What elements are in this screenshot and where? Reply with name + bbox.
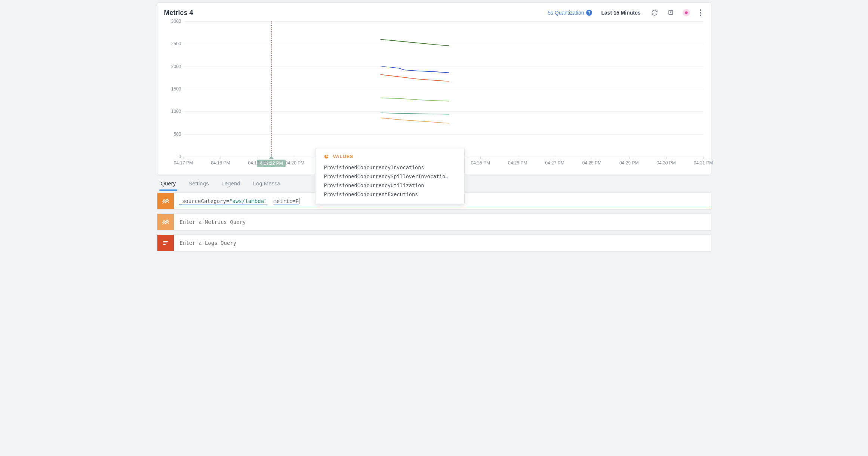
gridline — [184, 67, 704, 67]
y-axis: 050010001500200025003000 — [163, 21, 184, 157]
autocomplete-item[interactable]: ProvisionedConcurrentExecutions — [324, 190, 456, 199]
x-tick-mark — [221, 157, 221, 159]
x-tick-label: 04:28 PM — [582, 160, 601, 166]
logs-query-input[interactable] — [179, 240, 706, 246]
panel-title: Metrics 4 — [164, 9, 541, 17]
autocomplete-item[interactable]: ProvisionedConcurrencySpilloverInvocatio… — [324, 172, 456, 181]
metrics-panel: Metrics 4 5s Quantization ? Last 15 Minu… — [157, 2, 711, 175]
logs-query-handle-icon[interactable] — [157, 235, 174, 251]
share-icon[interactable] — [666, 8, 676, 18]
metrics-query-handle-icon[interactable] — [157, 193, 174, 209]
autocomplete-popup[interactable]: VALUES ProvisionedConcurrencyInvocations… — [315, 148, 465, 204]
gridline — [184, 21, 704, 22]
x-tick-mark — [480, 157, 481, 159]
live-indicator-icon[interactable] — [683, 9, 690, 16]
x-tick-mark — [555, 157, 555, 159]
x-tick-mark — [704, 157, 704, 159]
x-tick-label: 04:18 PM — [211, 160, 230, 166]
gridline — [184, 111, 704, 112]
y-tick-label: 2000 — [171, 64, 181, 69]
time-marker-line[interactable] — [271, 21, 272, 157]
x-tick-label: 04:29 PM — [619, 160, 638, 166]
gridline — [184, 134, 704, 135]
y-tick-label: 1000 — [171, 109, 181, 114]
x-tick-mark — [184, 157, 184, 159]
more-menu-icon[interactable] — [697, 8, 704, 18]
series-series-dark-green[interactable] — [380, 39, 449, 46]
x-tick-mark — [258, 157, 258, 159]
x-tick-label: 04:20 PM — [285, 160, 304, 166]
y-tick-label: 3000 — [171, 19, 181, 24]
tab-log-messa[interactable]: Log Messa — [253, 180, 280, 190]
quantization-selector[interactable]: 5s Quantization ? — [548, 10, 592, 16]
metrics-query-input-empty[interactable] — [179, 219, 706, 225]
metrics-query-handle-icon[interactable] — [157, 214, 174, 230]
x-tick-label: 04:26 PM — [508, 160, 527, 166]
y-tick-label: 500 — [173, 132, 181, 137]
panel-header: Metrics 4 5s Quantization ? Last 15 Minu… — [163, 6, 706, 21]
x-tick-mark — [592, 157, 592, 159]
x-tick-label: 04:27 PM — [545, 160, 564, 166]
timerange-selector[interactable]: Last 15 Minutes — [599, 10, 643, 16]
series-series-amber[interactable] — [380, 118, 449, 123]
metrics-chart[interactable]: 050010001500200025003000 4:19:22 PM 04:1… — [163, 21, 706, 175]
y-tick-label: 2500 — [171, 41, 181, 46]
y-tick-label: 1500 — [171, 86, 181, 92]
x-tick-mark — [629, 157, 630, 159]
autocomplete-item[interactable]: ProvisionedConcurrencyInvocations — [324, 163, 456, 172]
series-series-orange[interactable] — [380, 74, 449, 81]
x-tick-label: 04:30 PM — [656, 160, 675, 166]
x-tick-label: 04:25 PM — [471, 160, 490, 166]
tab-settings[interactable]: Settings — [188, 180, 209, 190]
plot-area[interactable]: 4:19:22 PM — [184, 21, 704, 157]
x-tick-label: 04:19 PM — [248, 160, 267, 166]
x-tick-mark — [518, 157, 518, 159]
tab-query[interactable]: Query — [161, 180, 176, 190]
x-tick-label: 04:17 PM — [174, 160, 193, 166]
gridline — [184, 89, 704, 89]
x-tick-mark — [295, 157, 295, 159]
series-series-light-green[interactable] — [380, 98, 449, 101]
autocomplete-item[interactable]: ProvisionedConcurrencyUtilization — [324, 181, 456, 190]
help-icon[interactable]: ? — [586, 10, 592, 16]
metrics-query-row-empty[interactable] — [157, 213, 711, 231]
series-series-teal[interactable] — [380, 113, 449, 114]
autocomplete-header: VALUES — [324, 154, 456, 159]
quantization-label: 5s Quantization — [548, 10, 584, 16]
tab-legend[interactable]: Legend — [222, 180, 240, 190]
x-tick-mark — [666, 157, 667, 159]
x-tick-label: 04:31 PM — [694, 160, 713, 166]
refresh-icon[interactable] — [650, 8, 659, 18]
logs-query-row[interactable] — [157, 234, 711, 252]
gridline — [184, 44, 704, 44]
y-tick-label: 0 — [179, 154, 181, 159]
series-series-blue[interactable] — [380, 66, 449, 73]
